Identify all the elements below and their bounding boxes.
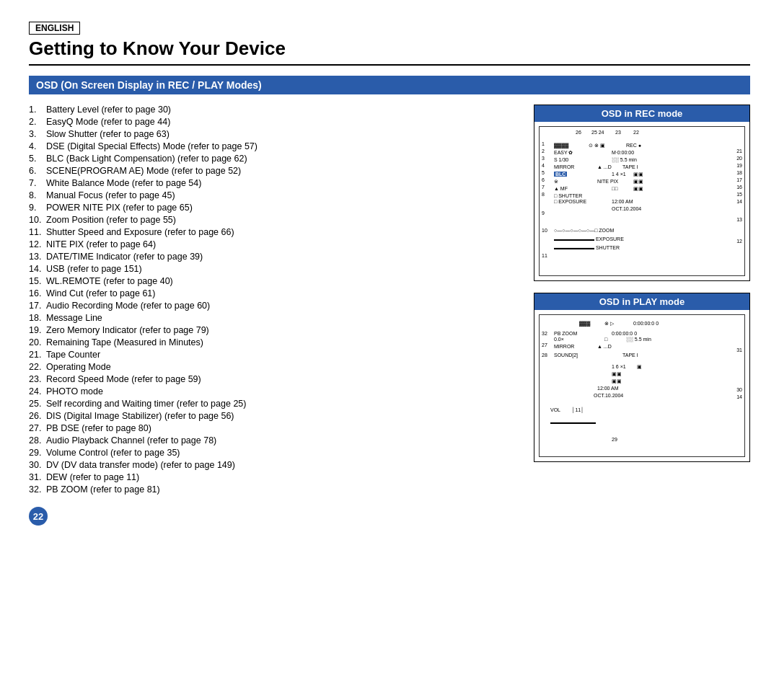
list-item: 7.White Balance Mode (refer to page 54) <box>29 178 512 188</box>
list-item-number: 2. <box>29 117 46 127</box>
list-item-number: 8. <box>29 190 46 200</box>
play-time2: 0:00:00:0 0 <box>612 331 637 336</box>
list-item: 19.Zero Memory Indicator (refer to page … <box>29 325 512 335</box>
list-item: 6.SCENE(PROGRAM AE) Mode (refer to page … <box>29 166 512 176</box>
list-item: 13.DATE/TIME Indicator (refer to page 39… <box>29 252 512 262</box>
osd-play-diagram: ▓▓▓ ⊗ ▷ 0:00:00:0 0 32 27 28 31 30 14 29… <box>534 310 749 461</box>
rec-nitepix: NITE PIX <box>597 179 618 184</box>
rec-eject-icon: ▲ ...D <box>597 164 612 169</box>
rec-num-7: 7 <box>542 185 545 190</box>
list-item-text: PHOTO mode <box>46 386 103 396</box>
rec-exposure-row: ▬▬▬▬▬▬▬▬ EXPOSURE <box>554 236 624 242</box>
rec-num-25: 25 24 <box>591 130 604 135</box>
left-column: 1.Battery Level (refer to page 30)2.Easy… <box>29 105 512 526</box>
list-item: 31.DEW (refer to page 11) <box>29 472 512 482</box>
rec-num-5: 5 <box>542 170 545 175</box>
list-item: 28.Audio Playback Channel (refer to page… <box>29 435 512 446</box>
list-item-number: 23. <box>29 374 46 384</box>
rec-mf-label: ▲ MF <box>554 186 568 191</box>
list-item: 30.DV (DV data transfer mode) (refer to … <box>29 460 512 470</box>
list-item: 5.BLC (Back Light Compensation) (refer t… <box>29 154 512 164</box>
list-item-number: 4. <box>29 141 46 151</box>
list-item: 29.Volume Control (refer to page 35) <box>29 448 512 458</box>
list-item-text: Audio Playback Channel (refer to page 78… <box>46 435 216 446</box>
page-number-badge: 22 <box>29 507 48 526</box>
list-item-number: 9. <box>29 203 46 213</box>
list-item: 12.NITE PIX (refer to page 64) <box>29 239 512 249</box>
rec-zoom-row: ○—○—○—○—○—□ ZOOM <box>554 228 614 233</box>
list-item-text: DATE/TIME Indicator (refer to page 39) <box>46 252 203 262</box>
list-item-number: 32. <box>29 484 46 495</box>
list-item-text: Battery Level (refer to page 30) <box>46 105 171 115</box>
play-icon-sq3: ▣▣ <box>612 378 622 384</box>
list-item-number: 10. <box>29 215 46 225</box>
rec-tape-label: TAPE I <box>622 164 638 169</box>
osd-rec-header: OSD in REC mode <box>534 105 749 122</box>
play-num-29: 29 <box>612 437 617 442</box>
list-item-number: 11. <box>29 227 46 237</box>
rec-wind-icon: ※ <box>554 179 558 185</box>
list-item-number: 24. <box>29 386 46 396</box>
rec-battery-icon: ▓▓▓▓ <box>554 143 568 148</box>
rec-s130-label: S 1/30 <box>554 157 568 162</box>
list-item-text: POWER NITE PIX (refer to page 65) <box>46 203 193 213</box>
rec-num-4: 4 <box>542 163 545 168</box>
list-item-text: Zero Memory Indicator (refer to page 79) <box>46 325 209 335</box>
list-item: 23.Record Speed Mode (refer to page 59) <box>29 374 512 384</box>
list-item-number: 7. <box>29 178 46 188</box>
list-item-number: 1. <box>29 105 46 115</box>
list-item: 11.Shutter Speed and Exposure (refer to … <box>29 227 512 237</box>
list-item-number: 25. <box>29 399 46 409</box>
rec-num-1: 1 <box>542 141 545 146</box>
play-num-31: 31 <box>736 347 742 353</box>
rec-num-14: 14 <box>736 199 742 204</box>
list-item-number: 20. <box>29 337 46 347</box>
rec-num-21: 21 <box>736 149 742 154</box>
play-battery: ▓▓▓ <box>579 321 590 326</box>
play-icon-sq2: ▣▣ <box>612 371 622 377</box>
rec-icons4: ▣▣ <box>633 186 643 192</box>
play-icon-sq: ▣ <box>637 364 642 370</box>
list-item: 15.WL.REMOTE (refer to page 40) <box>29 276 512 286</box>
osd-rec-inner: 26 25 24 23 22 1 2 3 4 5 6 7 8 9 10 11 <box>539 126 745 276</box>
list-item-text: Wind Cut (refer to page 61) <box>46 288 155 298</box>
list-item: 25.Self recording and Waiting timer (ref… <box>29 399 512 409</box>
list-item-number: 13. <box>29 252 46 262</box>
list-item-number: 6. <box>29 166 46 176</box>
list-item-text: DSE (Digital Special Effects) Mode (refe… <box>46 141 258 151</box>
list-item-text: Audio Recording Mode (refer to page 60) <box>46 301 210 311</box>
play-num-32: 32 <box>542 331 547 336</box>
list-item-number: 18. <box>29 313 46 323</box>
list-item-number: 19. <box>29 325 46 335</box>
list-item: 27.PB DSE (refer to page 80) <box>29 423 512 433</box>
list-item-text: SCENE(PROGRAM AE) Mode (refer to page 52… <box>46 166 241 176</box>
list-item: 26.DIS (Digital Image Stabilizer) (refer… <box>29 411 512 421</box>
rec-num-12: 12 <box>736 239 742 244</box>
play-zoom-val: 0.0× <box>554 337 564 342</box>
rec-mirror-label: MIRROR <box>554 164 574 169</box>
play-num-27: 27 <box>542 342 547 347</box>
play-counter: 0:00:00:0 0 <box>633 321 659 326</box>
list-item-text: Record Speed Mode (refer to page 59) <box>46 374 201 384</box>
list-item-number: 29. <box>29 448 46 458</box>
list-item-text: NITE PIX (refer to page 64) <box>46 239 156 249</box>
list-item: 2.EasyQ Mode (refer to page 44) <box>29 117 512 127</box>
rec-num-17: 17 <box>736 177 742 182</box>
rec-tape-time: ░░ 5.5 min <box>612 157 637 162</box>
list-item: 22.Operating Mode <box>29 362 512 372</box>
rec-num-22: 22 <box>633 130 639 135</box>
play-icons-top: ⊗ ▷ <box>604 321 614 327</box>
list-item-text: Slow Shutter (refer to page 63) <box>46 129 170 139</box>
list-item: 16.Wind Cut (refer to page 61) <box>29 288 512 298</box>
list-item: 14.USB (refer to page 151) <box>29 264 512 274</box>
list-item-text: Tape Counter <box>46 350 100 360</box>
list-item-number: 3. <box>29 129 46 139</box>
language-badge: ENGLISH <box>29 22 80 35</box>
numbered-list: 1.Battery Level (refer to page 30)2.Easy… <box>29 105 512 497</box>
list-item-number: 17. <box>29 301 46 311</box>
rec-box-icons: □□ <box>612 186 617 191</box>
page-title: Getting to Know Your Device <box>29 37 750 66</box>
play-sound: SOUND[2] <box>554 353 578 358</box>
list-item-number: 21. <box>29 350 46 360</box>
rec-num-8: 8 <box>542 192 545 197</box>
